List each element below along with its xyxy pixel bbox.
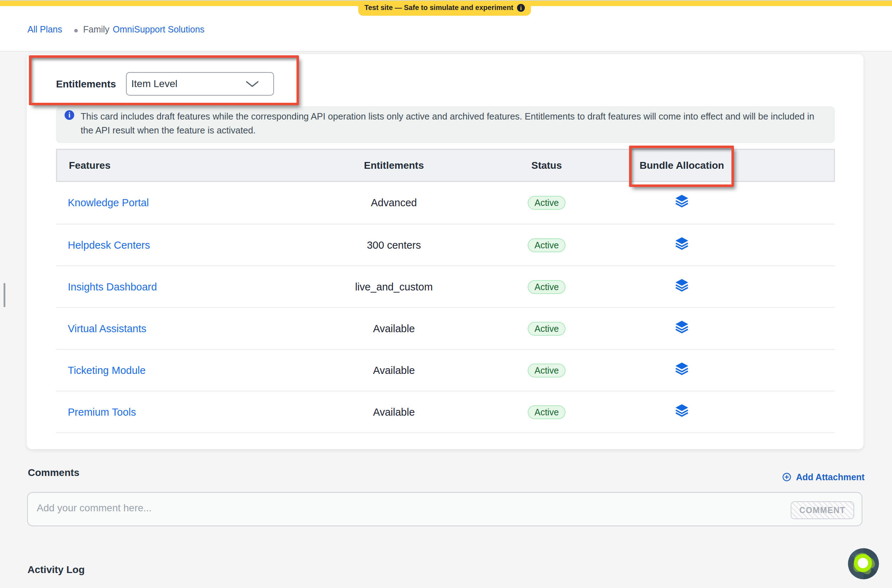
svg-text:i: i [520,4,522,11]
svg-text:i: i [69,111,70,119]
